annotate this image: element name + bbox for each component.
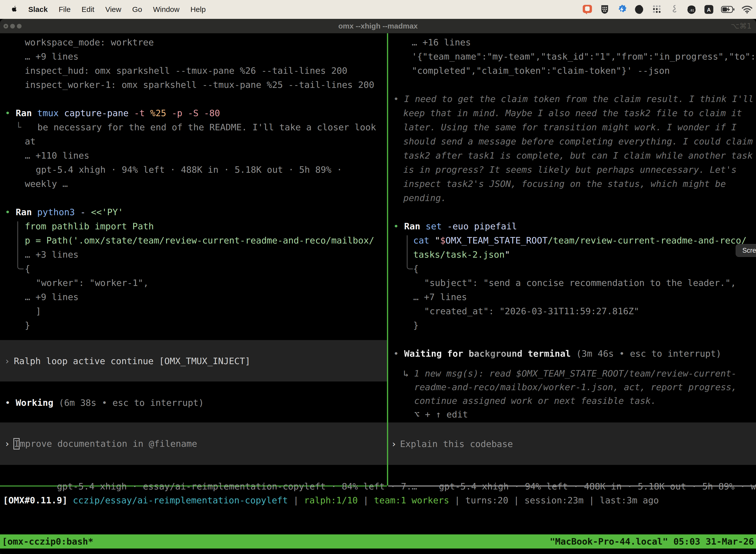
apple-menu-icon[interactable] — [11, 6, 17, 13]
gauge-61-icon[interactable]: ..61 — [686, 4, 697, 15]
menu-item-slack[interactable]: Slack — [28, 5, 48, 14]
menu-status-icons: ..61 A — [582, 4, 753, 15]
text-token: | — [358, 495, 374, 505]
screen: Slack File Edit View Go Window Help — [0, 0, 756, 554]
svg-text:..61: ..61 — [689, 8, 694, 12]
tmux-session-label: [omx-cczip0:bash* — [2, 536, 93, 547]
squiggle-icon[interactable] — [669, 4, 680, 15]
input-source-a-icon[interactable]: A — [703, 4, 714, 15]
menu-item-window[interactable]: Window — [153, 5, 180, 14]
text-token: ralph:1/10 — [304, 495, 358, 505]
dots-grid-icon[interactable] — [651, 4, 662, 15]
menu-item-file[interactable]: File — [59, 5, 70, 14]
hud-pane: [OMX#0.11.9] cczip/essay/ai-reimplementa… — [0, 19, 756, 554]
terminal-window: omx --xhigh --madmax ⌥⌘1 › Ralph loop ac… — [0, 19, 756, 554]
text-token: cczip/essay/ai-reimplementation-copyleft — [73, 495, 288, 505]
terminal-line: [OMX#0.11.9] cczip/essay/ai-reimplementa… — [3, 493, 659, 507]
terminal-content: › Ralph loop active continue [OMX_TMUX_I… — [0, 19, 756, 554]
text-token: | turns:20 | session:23m | last:3m ago — [449, 495, 659, 505]
text-token: | — [288, 495, 304, 505]
contrast-circle-icon[interactable] — [634, 4, 645, 15]
screen-record-icon[interactable] — [582, 4, 593, 15]
spark-badge-icon[interactable] — [617, 4, 628, 15]
grid-shield-icon[interactable] — [599, 4, 610, 15]
tmux-status-bar: [omx-cczip0:bash* "MacBook-Pro-44.local"… — [0, 535, 756, 549]
tooltip-label: Scre — [742, 247, 756, 254]
menu-item-edit[interactable]: Edit — [82, 5, 94, 14]
menu-item-help[interactable]: Help — [190, 5, 206, 14]
menu-bar: Slack File Edit View Go Window Help — [0, 0, 756, 19]
tmux-host-clock: "MacBook-Pro-44.local" 05:03 31-Mar-26 — [550, 536, 754, 547]
text-token: team:1 workers — [374, 495, 449, 505]
wifi-icon[interactable] — [742, 4, 753, 15]
svg-text:A: A — [707, 7, 711, 13]
menu-item-view[interactable]: View — [105, 5, 121, 14]
screen-overlay-tooltip: Scre — [736, 244, 756, 257]
menu-item-go[interactable]: Go — [132, 5, 142, 14]
battery-charging-icon[interactable] — [721, 4, 735, 15]
text-token: [OMX#0.11.9] — [3, 495, 73, 505]
